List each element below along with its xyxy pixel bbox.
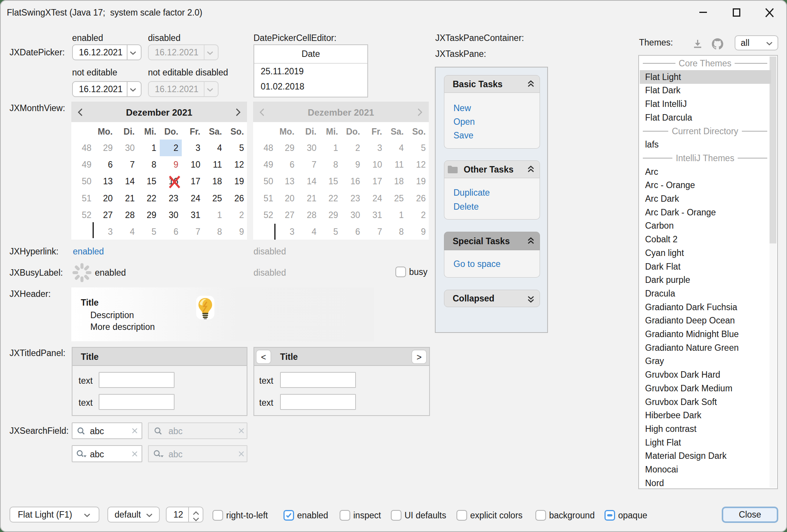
titledpanel-left-button[interactable]: < xyxy=(256,350,271,364)
maximize-icon[interactable] xyxy=(733,8,740,17)
day-cell[interactable]: 14 xyxy=(116,173,138,190)
checkbox-enabled[interactable] xyxy=(283,510,294,521)
day-cell[interactable]: 9 xyxy=(160,156,182,173)
text-input[interactable] xyxy=(99,394,175,410)
chevron-down-icon[interactable] xyxy=(146,513,153,517)
day-cell[interactable]: 6 xyxy=(160,223,182,240)
day-cell[interactable]: 11 xyxy=(203,156,225,173)
hyperlink-enabled[interactable]: enabled xyxy=(73,247,104,256)
checkbox-label-opaque[interactable]: opaque xyxy=(618,511,647,520)
search-value[interactable]: abc xyxy=(90,449,104,460)
clear-icon[interactable] xyxy=(132,428,138,434)
date-table-header[interactable]: Date xyxy=(254,45,367,63)
taskpane-other-header[interactable]: Other Tasks xyxy=(444,160,540,178)
day-cell[interactable]: 12 xyxy=(225,156,247,173)
expand-icon[interactable] xyxy=(527,295,534,303)
github-icon[interactable] xyxy=(712,38,723,50)
minimize-icon[interactable] xyxy=(699,12,707,13)
day-cell[interactable]: 4 xyxy=(116,223,138,240)
day-cell[interactable]: 15 xyxy=(138,173,160,190)
text-input[interactable] xyxy=(280,394,356,410)
text-input[interactable] xyxy=(99,372,175,388)
checkbox-label-ui-defaults[interactable]: UI defaults xyxy=(405,511,446,520)
search-field-with-menu[interactable]: abc xyxy=(72,445,142,462)
theme-item-hiberbee-dark[interactable]: Hiberbee Dark xyxy=(640,408,771,422)
taskpane-collapsed-header[interactable]: Collapsed xyxy=(444,290,540,307)
day-cell[interactable]: 21 xyxy=(116,190,138,207)
theme-item-lafs[interactable]: lafs xyxy=(640,138,771,151)
taskpane-link-open[interactable]: Open xyxy=(453,117,475,126)
day-cell[interactable]: 22 xyxy=(138,190,160,207)
day-cell[interactable]: 31 xyxy=(182,207,204,223)
day-cell[interactable]: 8 xyxy=(203,223,225,240)
chevron-down-icon[interactable] xyxy=(84,513,90,517)
checkbox-inspect[interactable] xyxy=(340,510,350,521)
close-icon[interactable] xyxy=(765,8,774,18)
collapse-icon[interactable] xyxy=(527,165,534,174)
day-cell[interactable]: 28 xyxy=(116,207,138,223)
theme-item-monocai[interactable]: Monocai xyxy=(640,463,771,476)
day-cell[interactable]: 27 xyxy=(94,207,116,223)
day-cell[interactable]: 7 xyxy=(116,156,138,173)
theme-item-flat-dark[interactable]: Flat Dark xyxy=(640,83,771,97)
checkbox-label-enabled[interactable]: enabled xyxy=(297,511,328,520)
theme-item-light-flat[interactable]: Light Flat xyxy=(640,436,771,449)
theme-item-gradianto-nature-green[interactable]: Gradianto Nature Green xyxy=(640,341,771,355)
theme-item-dark-flat[interactable]: Dark Flat xyxy=(640,260,771,273)
checkbox-label-explicit-colors[interactable]: explicit colors xyxy=(470,511,523,520)
style-combo-value[interactable]: default xyxy=(115,510,141,520)
day-cell[interactable]: 23 xyxy=(160,190,182,207)
download-icon[interactable] xyxy=(693,39,702,49)
day-cell[interactable]: 4 xyxy=(203,140,225,156)
checkbox-label-inspect[interactable]: inspect xyxy=(353,511,381,520)
datepicker-enabled[interactable]: 16.12.2021 xyxy=(72,44,142,60)
theme-item-dracula[interactable]: Dracula xyxy=(640,287,771,300)
taskpane-link-delete[interactable]: Delete xyxy=(453,202,478,211)
taskpane-basic-header[interactable]: Basic Tasks xyxy=(444,75,540,93)
day-cell[interactable]: 3 xyxy=(182,140,204,156)
theme-item-nord[interactable]: Nord xyxy=(640,476,771,490)
theme-item-flat-intellij[interactable]: Flat IntelliJ xyxy=(640,97,771,111)
datepicker-enabled-value[interactable]: 16.12.2021 xyxy=(79,47,123,58)
theme-item-cyan-light[interactable]: Cyan light xyxy=(640,246,771,260)
day-cell[interactable]: 6 xyxy=(94,156,116,173)
day-cell[interactable]: 5 xyxy=(225,140,247,156)
titledpanel-right-button[interactable]: > xyxy=(411,350,427,364)
day-cell[interactable]: 9 xyxy=(225,223,247,240)
theme-item-gruvbox-dark-soft[interactable]: Gruvbox Dark Soft xyxy=(640,395,771,409)
busy-checkbox[interactable] xyxy=(395,267,406,277)
checkbox-explicit-colors[interactable] xyxy=(456,510,467,521)
day-cell[interactable]: 29 xyxy=(138,207,160,223)
theme-item-gradianto-midnight-blue[interactable]: Gradianto Midnight Blue xyxy=(640,327,771,341)
theme-item-flat-darcula[interactable]: Flat Darcula xyxy=(640,111,771,124)
day-cell[interactable]: 1 xyxy=(203,207,225,223)
spinner-down-icon[interactable] xyxy=(193,516,199,523)
checkbox-label-right-to-left[interactable]: right-to-left xyxy=(226,511,268,520)
theme-item-arc-dark-orange[interactable]: Arc Dark - Orange xyxy=(640,206,771,219)
theme-item-carbon[interactable]: Carbon xyxy=(640,219,771,232)
day-cell[interactable]: 5 xyxy=(138,223,160,240)
chevron-down-icon[interactable] xyxy=(130,51,136,55)
theme-item-cobalt-2[interactable]: Cobalt 2 xyxy=(640,232,771,246)
day-cell[interactable]: 25 xyxy=(203,190,225,207)
day-cell[interactable]: 2 xyxy=(160,140,182,156)
checkbox-label-background[interactable]: background xyxy=(549,511,595,520)
collapse-icon[interactable] xyxy=(527,80,534,88)
date-table-cell[interactable]: 25.11.2019 xyxy=(261,64,367,79)
theme-item-material-design-dark[interactable]: Material Design Dark xyxy=(640,449,771,463)
taskpane-link-new[interactable]: New xyxy=(453,104,471,113)
close-button[interactable]: Close xyxy=(722,507,778,523)
day-cell[interactable]: 26 xyxy=(225,190,247,207)
laf-combo[interactable]: Flat Light (F1) xyxy=(9,507,99,523)
day-cell[interactable]: 1 xyxy=(138,140,160,156)
clear-icon[interactable] xyxy=(132,451,138,457)
search-value[interactable]: abc xyxy=(90,426,104,436)
datepicker-noteditable[interactable]: 16.12.2021 xyxy=(72,81,142,97)
theme-item-high-contrast[interactable]: High contrast xyxy=(640,422,771,436)
day-cell[interactable]: 8 xyxy=(138,156,160,173)
theme-item-gradianto-dark-fuchsia[interactable]: Gradianto Dark Fuchsia xyxy=(640,300,771,314)
day-cell[interactable]: 13 xyxy=(94,173,116,190)
taskpane-link-gotospace[interactable]: Go to space xyxy=(453,259,501,268)
search-field[interactable]: abc xyxy=(72,422,142,439)
collapse-icon[interactable] xyxy=(527,237,534,245)
